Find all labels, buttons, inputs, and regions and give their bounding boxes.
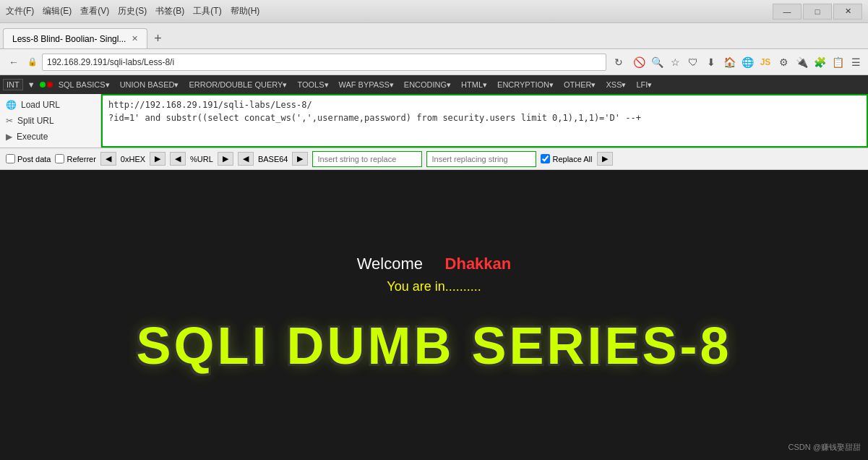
post-data-label: Post data [17, 155, 51, 163]
base64-right-arrow[interactable]: ▶ [292, 152, 308, 166]
split-url-label: Split URL [17, 116, 54, 126]
menu-bar: 文件(F) 编辑(E) 查看(V) 历史(S) 书签(B) 工具(T) 帮助(H… [6, 5, 259, 17]
watermark: CSDN @赚钱娶甜甜 [788, 442, 861, 453]
search-icon[interactable]: 🔍 [649, 54, 665, 70]
insert-string-field[interactable] [312, 151, 422, 167]
waf-bypass-menu[interactable]: WAF BYPASS▾ [335, 79, 398, 91]
lfi-menu[interactable]: LFI▾ [632, 79, 657, 91]
menu-edit[interactable]: 编辑(E) [43, 5, 72, 17]
encryption-menu[interactable]: ENCRYPTION▾ [493, 79, 558, 91]
browser-toolbar: 🚫 🔍 ☆ 🛡 ⬇ 🏠 🌐 JS ⚙ 🔌 🧩 📋 ☰ [631, 54, 864, 70]
page-title: SQLI DUMB SERIES-8 [136, 316, 731, 375]
insert-replacing-field[interactable] [426, 151, 536, 167]
titlebar: 文件(F) 编辑(E) 查看(V) 历史(S) 书签(B) 工具(T) 帮助(H… [0, 0, 868, 23]
hackbar: 🌐 Load URL ✂ Split URL ▶ Execute http://… [0, 94, 868, 148]
welcome-message: Welcome Dhakkan [357, 255, 512, 273]
execute-label: Execute [17, 132, 48, 142]
new-tab-button[interactable]: + [147, 28, 168, 48]
html-menu[interactable]: HTML▾ [457, 79, 491, 91]
url-right-arrow[interactable]: ▶ [218, 152, 233, 166]
status-green-dot [40, 82, 46, 88]
window-controls: — □ ✕ [773, 4, 862, 20]
menu-bookmarks[interactable]: 书签(B) [155, 5, 184, 17]
bottom-toolbar: Post data Referrer ◀ 0xHEX ▶ ◀ %URL ▶ ◀ … [0, 148, 868, 170]
url-text: 192.168.29.191/sqli-labs/Less-8/i [47, 57, 174, 67]
welcome-name: Dhakkan [445, 255, 512, 273]
shield-icon[interactable]: 🛡 [685, 54, 701, 70]
referrer-label: Referrer [66, 155, 95, 163]
main-content: Welcome Dhakkan You are in.......... SQL… [0, 170, 868, 460]
block-icon[interactable]: 🚫 [631, 54, 647, 70]
url-left-arrow[interactable]: ◀ [170, 152, 186, 166]
sqli-toolbar: INT ▼ SQL BASICS▾ UNION BASED▾ ERROR/DOU… [0, 75, 868, 94]
js-icon[interactable]: JS [757, 54, 773, 70]
addon-icon[interactable]: 🧩 [812, 54, 828, 70]
split-url-button[interactable]: ✂ Split URL [0, 113, 100, 129]
menu-tools[interactable]: 工具(T) [193, 5, 221, 17]
back-button[interactable]: ← [4, 53, 23, 72]
extension-icon[interactable]: 🔌 [794, 54, 809, 70]
address-box[interactable]: 192.168.29.191/sqli-labs/Less-8/i [42, 54, 606, 71]
replace-all-checkbox[interactable]: Replace All [541, 154, 592, 163]
reload-button[interactable]: ↻ [609, 53, 628, 72]
tab-bar: Less-8 Blind- Boolian- Singl... ✕ + [0, 23, 868, 49]
menu-view[interactable]: 查看(V) [80, 5, 109, 17]
tab-close-button[interactable]: ✕ [132, 34, 138, 43]
error-double-query-menu[interactable]: ERROR/DOUBLE QUERY▾ [184, 79, 291, 91]
split-url-icon: ✂ [6, 116, 13, 126]
load-url-label: Load URL [21, 100, 60, 110]
sql-basics-menu[interactable]: SQL BASICS▾ [54, 79, 114, 91]
menu-help[interactable]: 帮助(H) [231, 5, 260, 17]
load-url-button[interactable]: 🌐 Load URL [0, 97, 100, 113]
settings-icon[interactable]: ⚙ [775, 54, 791, 70]
status-red-dot [47, 82, 53, 88]
replace-right-arrow[interactable]: ▶ [597, 152, 613, 166]
referrer-checkbox[interactable]: Referrer [55, 154, 95, 163]
hackbar-actions: 🌐 Load URL ✂ Split URL ▶ Execute [0, 94, 101, 148]
post-data-checkbox[interactable]: Post data [6, 154, 51, 163]
hackbar-url-input[interactable]: http://192.168.29.191/sqli-labs/Less-8/ … [101, 94, 868, 148]
replace-all-label: Replace All [552, 155, 592, 163]
address-bar: ← 🔒 192.168.29.191/sqli-labs/Less-8/i ↻ … [0, 49, 868, 75]
hex-right-arrow[interactable]: ▶ [150, 152, 166, 166]
menu-dots[interactable]: ☰ [848, 54, 864, 70]
menu-file[interactable]: 文件(F) [6, 5, 34, 17]
sync-icon[interactable]: 📋 [830, 54, 846, 70]
encoding-menu[interactable]: ENCODING▾ [400, 79, 455, 91]
menu-history[interactable]: 历史(S) [118, 5, 147, 17]
url-label: %URL [190, 155, 213, 163]
maximize-button[interactable]: □ [803, 4, 832, 20]
post-data-input[interactable] [6, 154, 15, 163]
url-line2: ?id=1' and substr((select concat_ws(',',… [108, 111, 861, 124]
execute-button[interactable]: ▶ Execute [0, 129, 100, 145]
subtitle-text: You are in.......... [387, 279, 481, 294]
globe-icon[interactable]: 🌐 [739, 54, 755, 70]
close-button[interactable]: ✕ [833, 4, 862, 20]
lock-icon: 🔒 [26, 57, 39, 67]
home-icon[interactable]: 🏠 [721, 54, 737, 70]
hex-left-arrow[interactable]: ◀ [100, 152, 116, 166]
tools-menu[interactable]: TOOLS▾ [293, 79, 332, 91]
star-icon[interactable]: ☆ [667, 54, 683, 70]
minimize-button[interactable]: — [773, 4, 802, 20]
base64-left-arrow[interactable]: ◀ [238, 152, 254, 166]
download-icon[interactable]: ⬇ [703, 54, 719, 70]
tab-label: Less-8 Blind- Boolian- Singl... [12, 34, 126, 44]
int-selector[interactable]: INT [3, 79, 23, 90]
union-based-menu[interactable]: UNION BASED▾ [116, 79, 184, 91]
execute-icon: ▶ [6, 132, 12, 142]
replace-all-input[interactable] [541, 154, 550, 163]
welcome-label: Welcome [357, 255, 423, 273]
xss-menu[interactable]: XSS▾ [601, 79, 630, 91]
browser-window: 文件(F) 编辑(E) 查看(V) 历史(S) 书签(B) 工具(T) 帮助(H… [0, 0, 868, 460]
base64-label: BASE64 [258, 155, 288, 163]
other-menu[interactable]: OTHER▾ [559, 79, 601, 91]
url-line1: http://192.168.29.191/sqli-labs/Less-8/ [108, 98, 861, 111]
hex-label: 0xHEX [121, 155, 145, 163]
load-url-icon: 🌐 [6, 100, 17, 110]
referrer-input[interactable] [55, 154, 64, 163]
active-tab[interactable]: Less-8 Blind- Boolian- Singl... ✕ [3, 28, 147, 48]
